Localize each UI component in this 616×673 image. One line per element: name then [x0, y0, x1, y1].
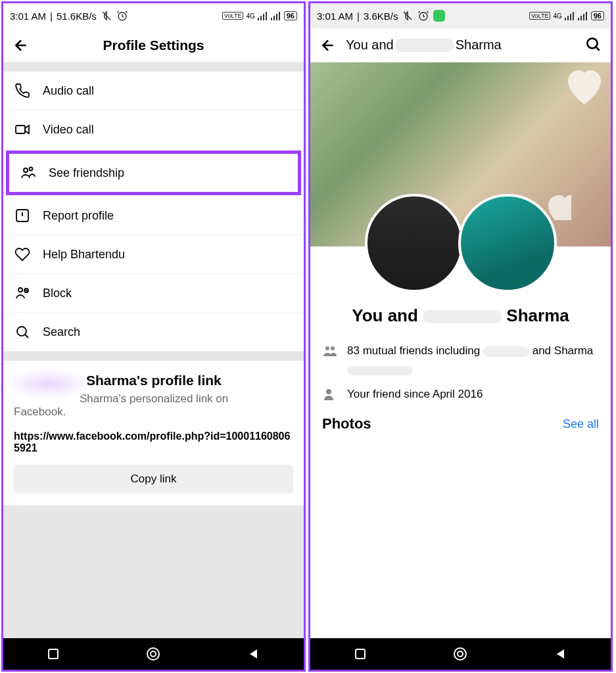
svg-rect-32: [356, 649, 365, 659]
nav-back-button[interactable]: [246, 646, 262, 662]
friend-since-text: Your friend since April 2016: [347, 388, 483, 401]
avatars-row: [310, 194, 611, 292]
svg-rect-25: [580, 16, 582, 20]
menu-label: Report profile: [43, 209, 114, 223]
nav-recent-button[interactable]: [352, 646, 368, 662]
friend-since-row: Your friend since April 2016: [310, 381, 611, 407]
separator: [3, 352, 304, 361]
battery-indicator: 96: [284, 11, 297, 20]
phone-icon: [14, 82, 31, 99]
network-4g: 4G: [246, 12, 254, 20]
phone-right: 3:01 AM | 3.6KB/s VoLTE 4G 96: [308, 1, 613, 672]
svg-rect-5: [271, 18, 272, 20]
profile-link-subtitle: Sharma's personalized link on: [80, 392, 293, 406]
svg-rect-22: [570, 14, 571, 20]
svg-point-31: [326, 389, 331, 394]
nav-recent-button[interactable]: [45, 646, 61, 662]
profile-link-subtitle2: Facebook.: [14, 406, 293, 419]
mute-icon: [101, 10, 112, 22]
svg-point-33: [454, 648, 466, 660]
friendship-title: You and Sharma: [320, 306, 602, 326]
profile-link-title: Sharma's profile link: [86, 373, 293, 388]
signal-icon: [565, 11, 575, 20]
menu-label: Help Bhartendu: [43, 248, 125, 262]
header: You and Sharma: [310, 28, 611, 62]
volte-icon: VoLTE: [222, 12, 243, 20]
svg-rect-7: [276, 14, 277, 20]
photos-title: Photos: [322, 415, 371, 432]
header: Profile Settings: [3, 28, 304, 62]
nav-back-button[interactable]: [553, 646, 569, 662]
heart-icon: [14, 246, 31, 263]
back-button[interactable]: [320, 37, 337, 54]
svg-rect-8: [279, 12, 280, 20]
nav-bar: [310, 638, 611, 670]
menu-see-friendship[interactable]: See friendship: [6, 151, 301, 195]
mutual-friends-text: 83 mutual friends including and Sharma: [347, 344, 593, 358]
status-speed: 51.6KB/s: [57, 11, 97, 22]
status-bar: 3:01 AM | 51.6KB/s VoLTE 4G 96: [3, 3, 304, 28]
mutual-friends-row[interactable]: 83 mutual friends including and Sharma: [310, 338, 611, 364]
photo-grid[interactable]: [310, 438, 611, 638]
nav-home-button[interactable]: [452, 646, 468, 662]
page-title: Profile Settings: [103, 37, 204, 53]
redacted-name: [423, 310, 502, 323]
app-icon: [433, 10, 445, 22]
svg-rect-6: [273, 16, 275, 20]
see-all-link[interactable]: See all: [563, 417, 599, 431]
status-speed: 3.6KB/s: [364, 11, 398, 22]
svg-rect-3: [263, 14, 264, 20]
menu-audio-call[interactable]: Audio call: [3, 72, 304, 110]
status-time: 3:01 AM: [317, 11, 353, 22]
signal-icon: [258, 11, 268, 20]
svg-point-34: [458, 651, 463, 657]
alarm-icon: [417, 10, 429, 22]
menu-video-call[interactable]: Video call: [3, 110, 304, 149]
menu-label: Block: [43, 287, 72, 300]
menu-help[interactable]: Help Bhartendu: [3, 235, 304, 274]
mute-icon: [402, 10, 414, 22]
phone-left: 3:01 AM | 51.6KB/s VoLTE 4G 96 Prof: [1, 1, 306, 672]
photos-header: Photos See all: [310, 407, 611, 438]
svg-point-29: [325, 346, 329, 350]
menu-label: Search: [43, 325, 80, 339]
svg-rect-20: [565, 18, 566, 20]
friendship-icon: [20, 164, 37, 181]
menu-block[interactable]: Block: [3, 274, 304, 313]
search-button[interactable]: [584, 35, 602, 55]
svg-point-30: [331, 346, 335, 350]
battery-indicator: 96: [591, 11, 604, 20]
alarm-icon: [116, 10, 128, 22]
svg-point-13: [18, 288, 22, 292]
search-icon: [14, 323, 31, 340]
redacted-name: [483, 346, 529, 357]
nav-home-button[interactable]: [145, 646, 161, 662]
avatar-friend[interactable]: [458, 194, 557, 292]
profile-link-section: Sharma's profile link Sharma's personali…: [3, 361, 304, 505]
menu-label: See friendship: [49, 166, 124, 180]
copy-link-button[interactable]: Copy link: [14, 465, 293, 494]
back-button[interactable]: [12, 37, 30, 54]
nav-bar: [3, 638, 304, 670]
redacted-name: [347, 366, 413, 375]
status-bar: 3:01 AM | 3.6KB/s VoLTE 4G 96: [310, 3, 611, 28]
separator: [3, 62, 304, 72]
heart-overlay-icon: [565, 69, 604, 108]
menu-list: Audio call Video call See friendship Rep…: [3, 72, 304, 352]
svg-rect-27: [586, 12, 587, 20]
svg-rect-1: [258, 18, 259, 20]
friend-since-icon: [322, 386, 338, 402]
menu-search[interactable]: Search: [3, 313, 304, 352]
svg-point-10: [24, 168, 28, 172]
svg-point-15: [17, 327, 26, 336]
menu-report-profile[interactable]: Report profile: [3, 197, 304, 235]
svg-rect-26: [583, 14, 584, 20]
status-time: 3:01 AM: [10, 11, 46, 22]
volte-icon: VoLTE: [529, 12, 550, 20]
svg-point-28: [587, 38, 597, 48]
svg-point-18: [151, 651, 156, 657]
avatar-you[interactable]: [365, 194, 463, 292]
svg-rect-21: [567, 16, 569, 20]
svg-point-11: [30, 168, 33, 171]
friends-icon: [322, 343, 338, 359]
